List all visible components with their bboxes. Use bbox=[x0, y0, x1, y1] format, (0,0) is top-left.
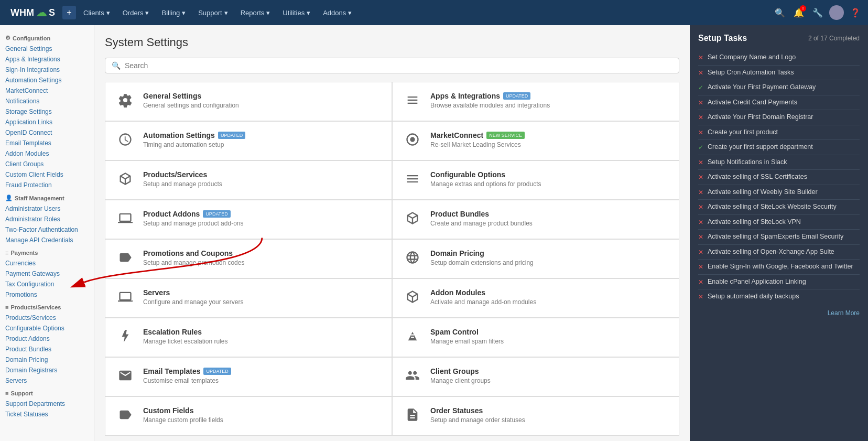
settings-card-client-groups[interactable]: Client Groups Manage client groups bbox=[393, 358, 679, 396]
card-icon bbox=[116, 289, 135, 308]
sidebar-item-products-services[interactable]: Products/Services bbox=[0, 313, 94, 323]
card-title: Spam Control bbox=[430, 328, 504, 336]
sidebar-section-payments: ≡PaymentsCurrenciesPayment GatewaysTax C… bbox=[0, 245, 94, 300]
settings-card-order-statuses[interactable]: Order Statuses Setup and manage order st… bbox=[393, 397, 679, 435]
sidebar-item-apps---integrations[interactable]: Apps & Integrations bbox=[0, 54, 94, 64]
task-item[interactable]: ✕ Setup Notifications in Slack bbox=[698, 155, 860, 170]
nav-addons[interactable]: Addons▾ bbox=[318, 6, 357, 20]
sidebar-item-domain-registrars[interactable]: Domain Registrars bbox=[0, 365, 94, 375]
task-item[interactable]: ✕ Activate selling of Weebly Site Builde… bbox=[698, 185, 860, 200]
logo-text: WHM bbox=[10, 7, 34, 18]
card-desc: Customise email templates bbox=[143, 377, 231, 384]
x-icon: ✕ bbox=[698, 219, 703, 226]
task-item[interactable]: ✓ Activate Your First Payment Gateway bbox=[698, 80, 860, 95]
task-item[interactable]: ✕ Activate selling of SiteLock VPN bbox=[698, 215, 860, 230]
sidebar-item-manage-api-credentials[interactable]: Manage API Credentials bbox=[0, 235, 94, 245]
nav-orders[interactable]: Orders▾ bbox=[117, 6, 155, 20]
card-title: Email TemplatesUPDATED bbox=[143, 367, 231, 375]
search-bar[interactable]: 🔍 bbox=[105, 58, 679, 73]
task-item[interactable]: ✕ Activate selling of SSL Certificates bbox=[698, 170, 860, 185]
sidebar-item-product-bundles[interactable]: Product Bundles bbox=[0, 344, 94, 354]
task-item[interactable]: ✓ Create your first support department bbox=[698, 140, 860, 155]
sidebar-item-client-groups[interactable]: Client Groups bbox=[0, 159, 94, 169]
settings-card-custom-fields[interactable]: Custom Fields Manage custom profile fiel… bbox=[105, 397, 392, 435]
task-label: Activate selling of Weebly Site Builder bbox=[708, 188, 818, 197]
sidebar-item-configurable-options[interactable]: Configurable Options bbox=[0, 323, 94, 334]
card-icon bbox=[116, 368, 135, 386]
svg-point-1 bbox=[410, 137, 415, 142]
sidebar-item-openid-connect[interactable]: OpenID Connect bbox=[0, 127, 94, 138]
sidebar-section-heading: ≡Products/Services bbox=[0, 300, 94, 313]
task-item[interactable]: ✕ Enable Sign-In with Google, Facebook a… bbox=[698, 260, 860, 275]
task-item[interactable]: ✕ Activate Your First Domain Registrar bbox=[698, 110, 860, 125]
task-item[interactable]: ✕ Activate Credit Card Payments bbox=[698, 95, 860, 111]
avatar[interactable] bbox=[829, 5, 844, 20]
sidebar-item-administrator-roles[interactable]: Administrator Roles bbox=[0, 214, 94, 224]
sidebar-item-marketconnect[interactable]: MarketConnect bbox=[0, 85, 94, 96]
tools-button[interactable]: 🔧 bbox=[810, 5, 825, 20]
x-icon: ✕ bbox=[698, 114, 703, 121]
sidebar-item-storage-settings[interactable]: Storage Settings bbox=[0, 106, 94, 117]
sidebar-item-promotions[interactable]: Promotions bbox=[0, 289, 94, 300]
sidebar-item-currencies[interactable]: Currencies bbox=[0, 258, 94, 268]
settings-card-products-services[interactable]: Products/Services Setup and manage produ… bbox=[105, 161, 392, 199]
sidebar-item-administrator-users[interactable]: Administrator Users bbox=[0, 203, 94, 214]
nav-support[interactable]: Support▾ bbox=[193, 6, 233, 20]
sidebar-item-domain-pricing[interactable]: Domain Pricing bbox=[0, 354, 94, 365]
sidebar-item-general-settings[interactable]: General Settings bbox=[0, 44, 94, 54]
task-item[interactable]: ✕ Set Company Name and Logo bbox=[698, 50, 860, 66]
sidebar-item-notifications[interactable]: Notifications bbox=[0, 96, 94, 106]
settings-card-domain-pricing[interactable]: Domain Pricing Setup domain extensions a… bbox=[393, 240, 679, 278]
settings-card-product-addons[interactable]: Product AddonsUPDATED Setup and manage p… bbox=[105, 200, 392, 239]
settings-card-servers[interactable]: Servers Configure and manage your server… bbox=[105, 279, 392, 317]
nav-clients[interactable]: Clients▾ bbox=[78, 6, 115, 20]
search-button[interactable]: 🔍 bbox=[773, 5, 787, 20]
settings-card-apps---integrations[interactable]: Apps & IntegrationsUPDATED Browse availa… bbox=[393, 82, 679, 121]
sidebar-item-ticket-statuses[interactable]: Ticket Statuses bbox=[0, 409, 94, 420]
search-input[interactable] bbox=[125, 61, 672, 70]
sidebar-item-two-factor-authentication[interactable]: Two-Factor Authentication bbox=[0, 224, 94, 235]
card-icon bbox=[403, 289, 422, 308]
task-label: Activate selling of SiteLock VPN bbox=[708, 218, 801, 227]
sidebar-item-tax-configuration[interactable]: Tax Configuration bbox=[0, 279, 94, 289]
settings-card-configurable-options[interactable]: Configurable Options Manage extras and o… bbox=[393, 161, 679, 199]
task-item[interactable]: ✕ Setup automated daily backups bbox=[698, 289, 860, 304]
card-icon bbox=[116, 93, 135, 111]
task-item[interactable]: ✕ Enable cPanel Application Linking bbox=[698, 275, 860, 290]
settings-card-marketconnect[interactable]: MarketConnectNEW SERVICE Re-sell Market … bbox=[393, 122, 679, 160]
task-item[interactable]: ✕ Activate selling of Open-Xchange App S… bbox=[698, 245, 860, 260]
task-label: Activate selling of SpamExperts Email Se… bbox=[708, 232, 843, 242]
task-item[interactable]: ✕ Setup Cron Automation Tasks bbox=[698, 66, 860, 81]
notifications-button[interactable]: 🔔 ! bbox=[791, 5, 806, 20]
settings-card-addon-modules[interactable]: Addon Modules Activate and manage add-on… bbox=[393, 279, 679, 317]
sidebar-item-support-departments[interactable]: Support Departments bbox=[0, 399, 94, 409]
card-title: Product Bundles bbox=[430, 210, 533, 218]
plus-button[interactable]: + bbox=[62, 6, 76, 19]
task-item[interactable]: ✕ Activate selling of SpamExperts Email … bbox=[698, 230, 860, 245]
sidebar-item-payment-gateways[interactable]: Payment Gateways bbox=[0, 268, 94, 279]
sidebar-item-addon-modules[interactable]: Addon Modules bbox=[0, 148, 94, 159]
settings-card-promotions-and-coupons[interactable]: Promotions and Coupons Setup and manage … bbox=[105, 240, 392, 278]
settings-card-automation-settings[interactable]: Automation SettingsUPDATED Timing and au… bbox=[105, 122, 392, 160]
sidebar-item-application-links[interactable]: Application Links bbox=[0, 117, 94, 127]
sidebar-item-sign-in-integrations[interactable]: Sign-In Integrations bbox=[0, 64, 94, 75]
sidebar-item-product-addons[interactable]: Product Addons bbox=[0, 334, 94, 344]
sidebar-item-automation-settings[interactable]: Automation Settings bbox=[0, 75, 94, 85]
nav-billing[interactable]: Billing▾ bbox=[156, 6, 191, 20]
sidebar-item-servers[interactable]: Servers bbox=[0, 375, 94, 386]
card-title: Automation SettingsUPDATED bbox=[143, 131, 245, 139]
settings-card-email-templates[interactable]: Email TemplatesUPDATED Customise email t… bbox=[105, 358, 392, 396]
sidebar-item-custom-client-fields[interactable]: Custom Client Fields bbox=[0, 169, 94, 180]
settings-card-general-settings[interactable]: General Settings General settings and co… bbox=[105, 82, 392, 121]
nav-utilities[interactable]: Utilities▾ bbox=[277, 6, 316, 20]
sidebar-item-fraud-protection[interactable]: Fraud Protection bbox=[0, 180, 94, 190]
settings-card-product-bundles[interactable]: Product Bundles Create and manage produc… bbox=[393, 200, 679, 239]
task-item[interactable]: ✕ Create your first product bbox=[698, 125, 860, 141]
nav-reports[interactable]: Reports▾ bbox=[235, 6, 276, 20]
help-button[interactable]: ❓ bbox=[848, 5, 863, 20]
sidebar-item-email-templates[interactable]: Email Templates bbox=[0, 138, 94, 148]
settings-card-spam-control[interactable]: Spam Control Manage email spam filters bbox=[393, 318, 679, 357]
task-item[interactable]: ✕ Activate selling of SiteLock Website S… bbox=[698, 200, 860, 215]
settings-card-escalation-rules[interactable]: Escalation Rules Manage ticket escalatio… bbox=[105, 318, 392, 357]
learn-more-link[interactable]: Learn More bbox=[698, 309, 860, 317]
